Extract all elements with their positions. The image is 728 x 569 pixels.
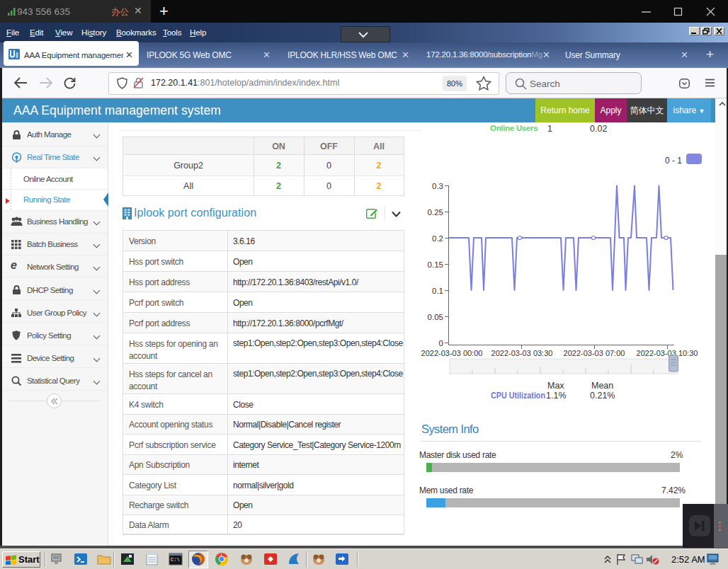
svg-text:1.1%: 1.1%	[546, 391, 567, 401]
svg-text:0: 0	[439, 339, 443, 347]
svg-text:Mean: Mean	[591, 381, 613, 391]
svg-text:0.15: 0.15	[428, 260, 443, 269]
svg-text:0.25: 0.25	[428, 208, 443, 217]
svg-text:2022-03-03 03:30: 2022-03-03 03:30	[491, 349, 553, 357]
svg-text:2022-03-03 00:00: 2022-03-03 00:00	[421, 349, 483, 357]
svg-text:2022-03-03 07:00: 2022-03-03 07:00	[564, 349, 625, 357]
svg-text:2022-03-03 10:30: 2022-03-03 10:30	[637, 349, 698, 357]
svg-text:0.05: 0.05	[428, 313, 443, 321]
svg-text:0.2: 0.2	[432, 234, 443, 243]
svg-text:Max: Max	[547, 381, 564, 391]
svg-text:C:\: C:\	[171, 557, 180, 563]
svg-text:0.1: 0.1	[432, 287, 443, 295]
svg-text:0 - 1: 0 - 1	[665, 156, 682, 166]
svg-text:0.21%: 0.21%	[590, 391, 615, 401]
svg-text:CPU Utilization: CPU Utilization	[491, 391, 545, 401]
svg-text:0.3: 0.3	[432, 182, 443, 190]
